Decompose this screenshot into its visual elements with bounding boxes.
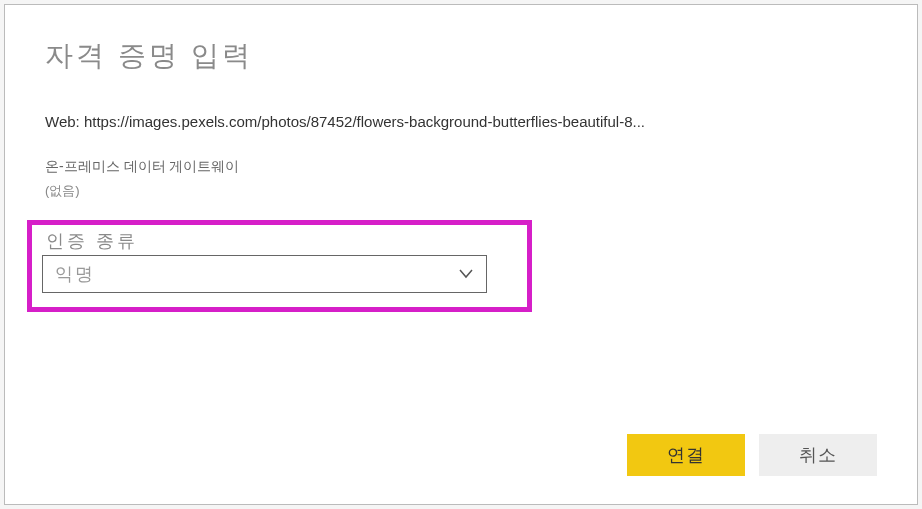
gateway-value: (없음) [45,182,877,200]
auth-type-select[interactable]: 익명 [42,255,487,293]
cancel-button[interactable]: 취소 [759,434,877,476]
credentials-dialog: 자격 증명 입력 Web: https://images.pexels.com/… [4,4,918,505]
dialog-title: 자격 증명 입력 [45,37,877,75]
dialog-button-row: 연결 취소 [627,434,877,476]
auth-type-label: 인증 종류 [40,229,519,253]
auth-highlight-box: 인증 종류 익명 [27,220,532,312]
auth-type-select-wrap: 익명 [42,255,487,293]
gateway-label: 온-프레미스 데이터 게이트웨이 [45,158,877,176]
datasource-url: Web: https://images.pexels.com/photos/87… [45,113,877,130]
auth-type-selected: 익명 [55,262,95,286]
connect-button[interactable]: 연결 [627,434,745,476]
chevron-down-icon [458,266,474,282]
